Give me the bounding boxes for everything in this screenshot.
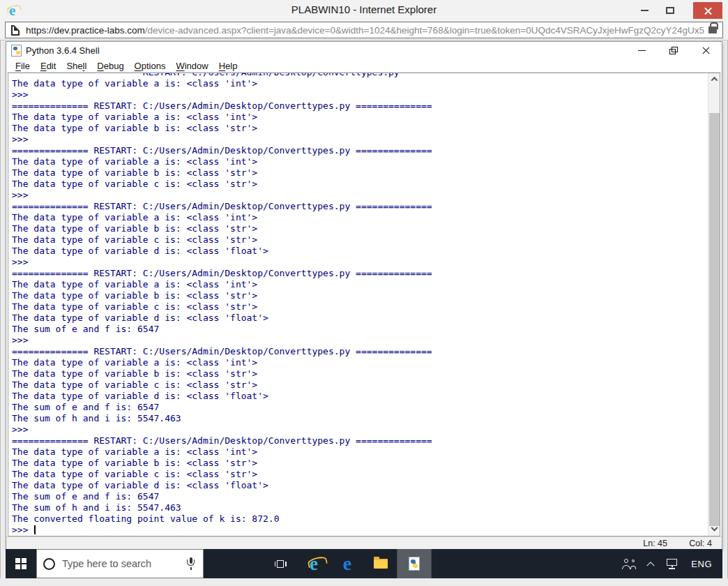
shell-line: ============== RESTART: C:/Users/Admin/D… (12, 100, 707, 112)
chevron-down-icon (711, 525, 718, 532)
internet-explorer-icon: e (310, 555, 318, 573)
taskbar-file-explorer[interactable] (364, 549, 397, 578)
start-button[interactable] (6, 549, 36, 578)
shell-line: The data type of variable a is: <class '… (12, 446, 707, 458)
shell-line: The data type of variable b is: <class '… (12, 368, 707, 380)
close-icon (702, 46, 711, 55)
shell-line: ============== RESTART: C:/Users/Admin/D… (12, 346, 707, 357)
shell-line: The data type of variable d is: <class '… (12, 480, 707, 491)
cortana-icon (43, 558, 55, 570)
menu-file[interactable]: File (12, 61, 33, 71)
shell-line: ============== RESTART: C:/Users/Admin/D… (12, 201, 707, 212)
shell-line: The data type of variable d is: <class '… (12, 246, 707, 257)
python-shell-title: Python 3.6.4 Shell (26, 45, 100, 56)
menu-edit[interactable]: Edit (37, 61, 59, 71)
menu-window[interactable]: Window (172, 61, 211, 71)
shell-line: The data type of variable b is: <class '… (12, 123, 707, 134)
python-shell-content: RESTART: C:/Users/Admin/Desktop/Convertt… (8, 73, 720, 536)
shell-line: The data type of variable c is: <class '… (12, 179, 707, 190)
shell-close-button[interactable] (690, 42, 722, 59)
shell-line: The data type of variable a is: <class '… (12, 357, 707, 368)
shell-restore-button[interactable] (658, 42, 690, 59)
shell-output[interactable]: RESTART: C:/Users/Admin/Desktop/Convertt… (9, 73, 707, 536)
language-label: ENG (691, 559, 712, 569)
shell-line: The data type of variable c is: <class '… (12, 234, 707, 246)
shell-line: The data type of variable a is: <class '… (12, 279, 707, 290)
people-icon (622, 559, 635, 569)
window-bottom-edge (0, 578, 728, 586)
shell-line: RESTART: C:/Users/Admin/Desktop/Convertt… (12, 73, 707, 78)
status-line-number: Ln: 45 (643, 539, 667, 548)
url-text: https://dev.practice-labs.com/device-adv… (26, 25, 704, 36)
python-window-controls (625, 42, 722, 59)
shell-line: The data type of variable a is: <class '… (12, 156, 707, 167)
menu-shell[interactable]: Shell (63, 61, 90, 71)
shell-line: >>> (12, 257, 707, 268)
taskbar-search-box[interactable]: Type here to search (36, 549, 204, 578)
shell-line: The data type of variable a is: <class '… (12, 78, 707, 89)
python-idle-icon (409, 557, 420, 571)
search-placeholder: Type here to search (62, 558, 187, 569)
shell-line: The data type of variable d is: <class '… (12, 391, 707, 402)
close-icon (704, 6, 713, 15)
microphone-icon[interactable] (187, 557, 195, 570)
python-shell-statusbar: Ln: 45 Col: 4 (6, 536, 722, 549)
minimize-icon (638, 50, 646, 51)
shell-line: ============== RESTART: C:/Users/Admin/D… (12, 268, 707, 279)
task-view-button[interactable] (264, 549, 297, 578)
shell-line: The data type of variable c is: <class '… (12, 469, 707, 480)
lock-icon (708, 27, 717, 33)
people-button[interactable] (616, 549, 642, 578)
shell-line: The data type of variable b is: <class '… (12, 458, 707, 469)
shell-line: The data type of variable b is: <class '… (12, 290, 707, 301)
ie-minimize-button[interactable] (634, 2, 655, 19)
shell-line: >>> (12, 190, 707, 201)
python-shell-window: Python 3.6.4 Shell FileEditShellDebugOpt… (6, 41, 722, 550)
taskbar-internet-explorer[interactable]: e (297, 549, 331, 578)
shell-minimize-button[interactable] (625, 42, 658, 59)
show-hidden-icons-button[interactable] (642, 549, 660, 578)
shell-line: The sum of e and f is: 6547 (12, 491, 707, 502)
taskbar-app-icons: e e (264, 549, 431, 578)
chevron-up-icon (647, 562, 655, 569)
shell-line: The sum of h and i is: 5547.463 (12, 413, 707, 424)
shell-line: The data type of variable d is: <class '… (12, 313, 707, 324)
shell-line: >>> (12, 424, 707, 435)
vertical-scrollbar (708, 73, 720, 536)
ie-maximize-button[interactable] (660, 2, 681, 19)
shell-line: The sum of e and f is: 6547 (12, 402, 707, 413)
scrollbar-thumb[interactable] (709, 113, 720, 526)
chevron-up-icon (711, 77, 718, 84)
taskbar-python-idle[interactable] (397, 549, 431, 578)
menu-options[interactable]: Options (131, 61, 169, 71)
shell-line: The data type of variable c is: <class '… (12, 301, 707, 313)
task-view-icon (275, 559, 287, 569)
language-indicator[interactable]: ENG (685, 549, 718, 578)
file-explorer-icon (374, 559, 388, 569)
python-idle-icon (11, 45, 22, 57)
shell-line: ============== RESTART: C:/Users/Admin/D… (12, 435, 707, 446)
shell-line: The data type of variable b is: <class '… (12, 223, 707, 234)
network-button[interactable] (660, 549, 685, 578)
ie-close-button[interactable] (693, 2, 722, 19)
url-path: /device-advanced.aspx?client=java&device… (145, 25, 704, 36)
shell-line: The data type of variable a is: <class '… (12, 112, 707, 123)
menu-debug[interactable]: Debug (93, 61, 127, 71)
scroll-down-button[interactable] (708, 524, 720, 536)
url-domain: https://dev.practice-labs.com (26, 25, 145, 36)
shell-line: >>> (12, 134, 707, 145)
scroll-up-button[interactable] (708, 73, 720, 85)
text-cursor (34, 525, 36, 534)
remote-lab-screen: e PLABWIN10 - Internet Explorer https://… (0, 0, 728, 586)
taskbar-microsoft-edge[interactable]: e (331, 549, 364, 578)
address-bar[interactable]: https://dev.practice-labs.com/device-adv… (5, 22, 723, 38)
shell-line: The data type of variable a is: <class '… (12, 212, 707, 223)
windows-taskbar: Type here to search e e (6, 549, 722, 578)
ie-address-row: https://dev.practice-labs.com/device-adv… (0, 20, 728, 40)
status-column-number: Col: 4 (689, 539, 712, 548)
ie-window-title: PLABWIN10 - Internet Explorer (0, 3, 728, 15)
ie-titlebar: e PLABWIN10 - Internet Explorer (0, 0, 728, 20)
taskbar-tray: ENG (616, 549, 718, 578)
menu-help[interactable]: Help (215, 61, 241, 71)
shell-line: The data type of variable b is: <class '… (12, 167, 707, 179)
